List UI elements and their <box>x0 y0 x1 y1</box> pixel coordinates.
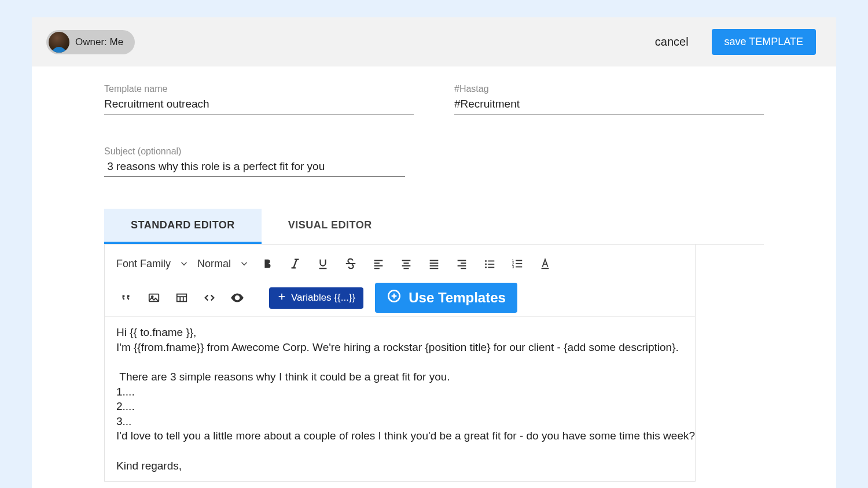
numbered-list-icon[interactable]: 123 <box>504 253 531 275</box>
align-center-icon[interactable] <box>393 253 420 275</box>
owner-chip[interactable]: Owner: Me <box>46 30 135 54</box>
topbar: Owner: Me cancel save TEMPLATE <box>32 17 836 66</box>
field-row-1: Template name #Hastag <box>104 84 764 114</box>
editor-wrap: Font Family Normal <box>104 245 764 482</box>
font-size-dropdown[interactable]: Normal <box>194 253 253 275</box>
toolbar-row-2: Variables {{...}} Use Templates <box>113 283 755 313</box>
use-templates-label: Use Templates <box>409 290 506 306</box>
font-family-dropdown[interactable]: Font Family <box>113 253 193 275</box>
svg-rect-37 <box>177 294 187 302</box>
svg-rect-26 <box>488 267 494 268</box>
hashtag-label: #Hastag <box>454 84 764 94</box>
svg-rect-31 <box>516 263 522 264</box>
align-left-icon[interactable] <box>365 253 392 275</box>
svg-point-22 <box>485 263 487 265</box>
subject-field: Subject (optionnal) <box>104 146 405 177</box>
chevron-down-icon <box>179 258 189 269</box>
font-family-label: Font Family <box>116 258 171 270</box>
subject-input[interactable] <box>104 159 405 177</box>
image-icon[interactable] <box>141 287 167 309</box>
hashtag-input[interactable] <box>454 97 764 114</box>
template-name-input[interactable] <box>104 97 414 114</box>
template-name-field: Template name <box>104 84 414 114</box>
font-size-label: Normal <box>197 258 231 270</box>
avatar <box>49 32 69 53</box>
svg-text:3: 3 <box>512 265 514 269</box>
svg-rect-25 <box>488 264 494 265</box>
align-justify-icon[interactable] <box>421 253 447 275</box>
plus-circle-icon <box>387 289 402 307</box>
svg-rect-24 <box>488 261 494 262</box>
code-icon[interactable] <box>196 287 223 309</box>
subject-label: Subject (optionnal) <box>104 146 405 157</box>
right-panel <box>695 245 764 482</box>
bullet-list-icon[interactable] <box>476 253 503 275</box>
cancel-button[interactable]: cancel <box>655 35 689 49</box>
svg-rect-30 <box>516 260 522 261</box>
editor-card: Owner: Me cancel save TEMPLATE Template … <box>32 17 836 488</box>
svg-point-23 <box>485 267 487 268</box>
underline-icon[interactable] <box>310 253 336 275</box>
italic-icon[interactable] <box>282 253 308 275</box>
tab-standard-editor[interactable]: STANDARD EDITOR <box>104 209 262 244</box>
field-row-2: Subject (optionnal) <box>104 146 764 177</box>
tab-visual-editor[interactable]: VISUAL EDITOR <box>262 209 399 244</box>
template-name-label: Template name <box>104 84 414 94</box>
strikethrough-icon[interactable] <box>337 253 364 275</box>
editor-body[interactable]: Hi {{ to.fname }}, I'm {{from.fname}} fr… <box>105 317 763 481</box>
variables-label: Variables {{...}} <box>291 292 355 304</box>
owner-label: Owner: Me <box>75 36 123 48</box>
editor-shell: Font Family Normal <box>104 245 764 482</box>
svg-rect-32 <box>516 267 522 268</box>
chevron-down-icon <box>239 258 249 269</box>
svg-point-41 <box>236 297 238 299</box>
preview-icon[interactable] <box>224 287 251 309</box>
text-color-icon[interactable] <box>532 253 558 275</box>
save-template-button[interactable]: save TEMPLATE <box>712 29 816 55</box>
form-area: Template name #Hastag Subject (optionnal… <box>32 66 836 482</box>
editor-tabs: STANDARD EDITOR VISUAL EDITOR <box>104 209 764 245</box>
plus-icon <box>277 292 286 304</box>
blockquote-icon[interactable] <box>113 287 139 309</box>
table-icon[interactable] <box>168 287 195 309</box>
use-templates-button[interactable]: Use Templates <box>375 283 517 313</box>
svg-line-0 <box>293 260 297 268</box>
bold-icon[interactable] <box>254 253 281 275</box>
page: Owner: Me cancel save TEMPLATE Template … <box>0 0 868 488</box>
align-right-icon[interactable] <box>448 253 475 275</box>
svg-point-21 <box>485 260 487 262</box>
hashtag-field: #Hastag <box>454 84 764 114</box>
toolbar: Font Family Normal <box>105 245 763 317</box>
variables-button[interactable]: Variables {{...}} <box>269 287 363 309</box>
